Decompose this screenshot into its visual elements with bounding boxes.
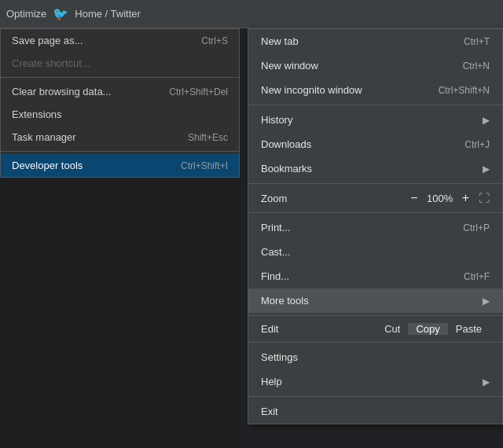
chrome-bookmarks[interactable]: Bookmarks ▶ <box>248 156 502 181</box>
help-arrow-icon: ▶ <box>483 376 490 387</box>
chrome-divider-2 <box>248 183 502 184</box>
copy-button[interactable]: Copy <box>408 323 447 335</box>
chrome-divider-4 <box>248 315 502 316</box>
menu-divider-2 <box>1 151 239 152</box>
zoom-plus-button[interactable]: + <box>456 191 475 205</box>
chrome-new-tab[interactable]: New tab Ctrl+T <box>248 29 502 53</box>
chrome-help[interactable]: Help ▶ <box>248 369 502 394</box>
menu-developer-tools[interactable]: Developer tools Ctrl+Shift+I <box>1 154 239 177</box>
chrome-downloads[interactable]: Downloads Ctrl+J <box>248 132 502 156</box>
chrome-divider-6 <box>248 396 502 397</box>
more-tools-arrow-icon: ▶ <box>483 296 490 307</box>
bookmarks-arrow-icon: ▶ <box>483 163 490 174</box>
chrome-divider-1 <box>248 105 502 105</box>
chrome-settings[interactable]: Settings <box>248 345 502 369</box>
chrome-exit[interactable]: Exit <box>248 399 502 424</box>
menu-save-page[interactable]: Save page as... Ctrl+S <box>1 29 239 52</box>
zoom-fullscreen-button[interactable]: ⛶ <box>479 192 490 204</box>
history-arrow-icon: ▶ <box>483 115 490 126</box>
right-context-menu: New tab Ctrl+T New window Ctrl+N New inc… <box>248 28 503 424</box>
menu-divider-1 <box>1 77 239 78</box>
zoom-minus-button[interactable]: − <box>404 191 424 205</box>
home-twitter-link[interactable]: Home / Twitter <box>75 8 141 20</box>
menu-clear-browsing[interactable]: Clear browsing data... Ctrl+Shift+Del <box>1 80 239 103</box>
paste-button[interactable]: Paste <box>448 323 490 335</box>
chrome-divider-3 <box>248 212 502 213</box>
chrome-history[interactable]: History ▶ <box>248 108 502 132</box>
chrome-new-window[interactable]: New window Ctrl+N <box>248 53 502 78</box>
edit-row: Edit Cut Copy Paste <box>248 318 502 340</box>
menu-extensions[interactable]: Extensions <box>1 103 239 126</box>
twitter-icon: 🐦 <box>53 6 68 21</box>
menu-task-manager[interactable]: Task manager Shift+Esc <box>1 126 239 149</box>
edit-actions: Cut Copy Paste <box>376 323 490 335</box>
menu-create-shortcut: Create shortcut... <box>1 52 239 75</box>
zoom-value: 100% <box>424 193 456 204</box>
cut-button[interactable]: Cut <box>376 323 408 335</box>
left-context-menu: Save page as... Ctrl+S Create shortcut..… <box>0 28 240 178</box>
chrome-divider-5 <box>248 342 502 343</box>
optimize-button[interactable]: Optimize <box>6 8 46 20</box>
chrome-find[interactable]: Find... Ctrl+F <box>248 264 502 288</box>
chrome-print[interactable]: Print... Ctrl+P <box>248 215 502 240</box>
chrome-cast[interactable]: Cast... <box>248 240 502 264</box>
chrome-new-incognito[interactable]: New incognito window Ctrl+Shift+N <box>248 78 502 102</box>
chrome-more-tools[interactable]: More tools ▶ <box>248 288 502 313</box>
zoom-row: Zoom − 100% + ⛶ <box>248 186 502 210</box>
browser-toolbar: Optimize 🐦 Home / Twitter <box>0 0 503 28</box>
